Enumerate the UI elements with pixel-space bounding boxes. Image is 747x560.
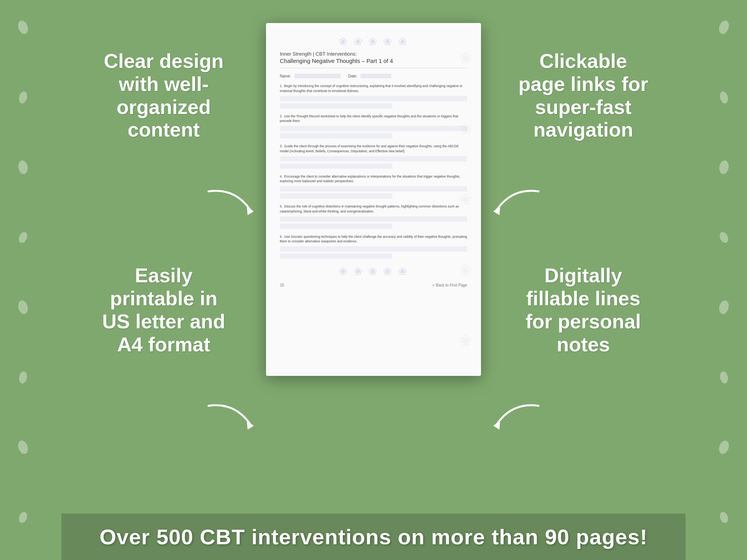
doc-item-3: 3.Guide the client through the process o… [280, 144, 467, 169]
write-line [280, 246, 467, 252]
write-line [280, 193, 392, 199]
doc-write-lines-1 [280, 96, 467, 109]
write-line [280, 216, 467, 222]
doc-title: Challenging Negative Thoughts – Part 1 o… [280, 58, 467, 64]
write-line [280, 224, 392, 229]
svg-marker-27 [247, 206, 254, 215]
write-line [280, 186, 467, 191]
right-column: Clickable page links for super-fast navi… [481, 15, 686, 433]
doc-write-lines-5 [280, 216, 467, 229]
doc-bottom-decoration: ❀ ❀ ❀ ❀ ❀ [280, 265, 467, 278]
doc-item-6-text: 6.Use Socratic questioning techniques to… [280, 234, 467, 244]
write-line [280, 126, 467, 131]
arrow-right-2 [481, 398, 686, 433]
doc-name-label: Name: [280, 72, 340, 79]
doc-brand-line: Inner Strength | CBT Interventions: [280, 51, 467, 57]
document-sheet: ❀ ❀ ❀ ❀ ❀ Inner Strength | CBT Intervent… [266, 23, 481, 376]
feature-clear-design-text: Clear design with well-organized content [99, 50, 229, 142]
arrow-right-1 [481, 184, 686, 218]
feature-clickable: Clickable page links for super-fast navi… [518, 50, 649, 142]
doc-write-lines-2 [280, 126, 467, 138]
bottom-banner-text: Over 500 CBT interventions on more than … [84, 524, 663, 549]
doc-page-number: 16 [280, 283, 284, 287]
name-label-text: Name: [280, 74, 291, 78]
doc-write-lines-6 [280, 246, 467, 259]
svg-marker-29 [493, 206, 500, 215]
main-container: Clear design with well-organized content… [0, 0, 747, 560]
name-field-line [294, 74, 340, 78]
write-line [280, 163, 392, 169]
doc-divider [280, 68, 467, 68]
svg-marker-30 [493, 420, 500, 430]
doc-write-lines-4 [280, 186, 467, 199]
doc-item-2: 2.Use the Thought Record worksheet to he… [280, 114, 467, 139]
content-row: Clear design with well-organized content… [61, 15, 686, 514]
doc-title-section: Inner Strength | CBT Interventions: Chal… [280, 51, 467, 64]
date-label-text: Date: [348, 74, 357, 78]
doc-item-5: 5.Discuss the role of cognitive distorti… [280, 204, 467, 229]
write-line [280, 156, 467, 161]
doc-top-decoration: ❀ ❀ ❀ ❀ ❀ [280, 35, 467, 48]
doc-item-4-text: 4.Encourage the client to consider alter… [280, 174, 467, 184]
date-field-line [360, 74, 391, 78]
left-column: Clear design with well-organized content… [61, 15, 266, 433]
feature-printable: Easily printable in US letter and A4 for… [99, 264, 229, 356]
svg-marker-28 [247, 420, 254, 430]
doc-footer: 16 + Back to First Page [280, 283, 467, 287]
feature-printable-text: Easily printable in US letter and A4 for… [99, 264, 229, 356]
doc-item-5-text: 5.Discuss the role of cognitive distorti… [280, 204, 467, 214]
doc-name-date-row: Name: Date: [280, 72, 467, 79]
doc-item-2-text: 2.Use the Thought Record worksheet to he… [280, 114, 467, 124]
write-line [280, 96, 467, 101]
bottom-banner: Over 500 CBT interventions on more than … [61, 514, 686, 560]
doc-back-link: + Back to First Page [433, 283, 467, 287]
feature-clickable-text: Clickable page links for super-fast navi… [518, 50, 649, 142]
doc-item-3-text: 3.Guide the client through the process o… [280, 144, 467, 154]
doc-item-1: 1.Begin by introducing the concept of co… [280, 84, 467, 109]
doc-write-lines-3 [280, 156, 467, 169]
write-line [280, 133, 392, 138]
write-line [280, 254, 392, 259]
feature-fillable-text: Digitally fillable lines for personal no… [518, 264, 649, 356]
doc-item-4: 4.Encourage the client to consider alter… [280, 174, 467, 199]
doc-item-1-text: 1.Begin by introducing the concept of co… [280, 84, 467, 94]
feature-fillable: Digitally fillable lines for personal no… [518, 264, 649, 356]
doc-item-6: 6.Use Socratic questioning techniques to… [280, 234, 467, 259]
feature-clear-design: Clear design with well-organized content [99, 50, 229, 142]
document-preview: ❀ ❀ ❀ ❀ ❀ Inner Strength | CBT Intervent… [266, 15, 481, 376]
doc-date-label: Date: [348, 72, 391, 79]
arrow-left-2 [61, 398, 266, 433]
arrow-left-1 [61, 184, 266, 218]
write-line [280, 103, 392, 109]
